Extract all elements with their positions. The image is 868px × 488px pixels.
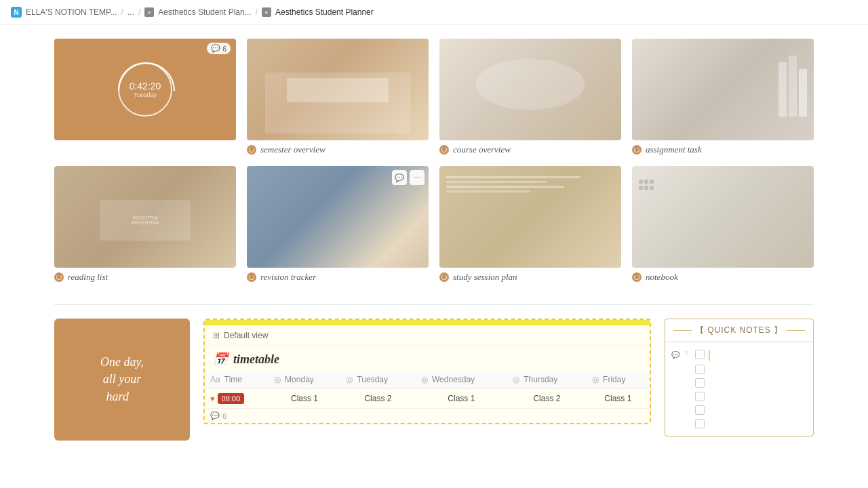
view-selector[interactable]: ⊞ Default view <box>205 325 650 346</box>
note-checkbox-6[interactable] <box>695 419 705 428</box>
gallery-img-study-session-plan <box>439 166 621 268</box>
timetable-header-row: Aa Time ◎ Monday ◎ Tuesday <box>205 371 650 389</box>
time-cell: ♥ 08:00 <box>205 389 269 409</box>
wednesday-class-cell: Class 1 <box>416 389 508 409</box>
breadcrumb-sep3: / <box>256 7 258 17</box>
thursday-class-cell: Class 2 <box>507 389 587 409</box>
comment-count: 6 <box>222 45 226 53</box>
gallery-img-revision-tracker: 💬 ⋯ <box>247 166 429 268</box>
notebook-page-icon <box>632 272 642 282</box>
table-row[interactable]: ♥ 08:00 Class 1 Class 2 Cla <box>205 389 650 409</box>
breadcrumb-sep1: / <box>121 7 123 17</box>
item-label-assignment-task: assignment task <box>632 144 814 155</box>
revision-page-icon <box>247 272 256 282</box>
note-item-1: 💬 ⠿ <box>671 348 808 363</box>
timetable-inner: ⊞ Default view 📅 timetable Aa Time <box>205 325 650 423</box>
breadcrumb-sep2: / <box>138 7 140 17</box>
item-label-study-session-plan: study session plan <box>439 272 621 283</box>
quote-text: One day,all yourhard... <box>100 354 144 405</box>
timetable-comment-count: 💬 6 <box>205 409 650 423</box>
col-tuesday: ◎ Tuesday <box>340 371 415 389</box>
breadcrumb-ellipsis[interactable]: ... <box>127 7 134 17</box>
col-time: Aa Time <box>205 371 269 389</box>
header-line-left <box>673 330 692 331</box>
gallery-item-reading-list[interactable]: INDUSTRIAARGENTINA reading list <box>54 166 236 283</box>
gallery-item-semester-overview[interactable]: semester overview <box>247 39 429 155</box>
timetable-icon: 📅 <box>213 352 228 367</box>
quick-notes-header: 【 QUICK NOTES 】 <box>665 319 813 342</box>
note-checkbox-5[interactable] <box>695 405 705 415</box>
quick-notes: 【 QUICK NOTES 】 💬 ⠿ 💬 ⠿ 💬 ⠿ <box>665 319 814 436</box>
note-checkbox-3[interactable] <box>695 378 705 388</box>
item-label-semester-overview: semester overview <box>247 144 429 155</box>
header-line-right <box>787 330 805 331</box>
gallery-item-study-session-plan[interactable]: study session plan <box>439 166 621 283</box>
tuesday-class-cell: Class 2 <box>340 389 415 409</box>
timetable-title: 📅 timetable <box>205 346 650 371</box>
col-friday: ◎ Friday <box>587 371 650 389</box>
quick-notes-body: 💬 ⠿ 💬 ⠿ 💬 ⠿ 💬 ⠿ <box>665 342 813 436</box>
grid-icon: ⊞ <box>213 331 220 340</box>
note-line-1 <box>709 350 710 361</box>
monday-class-cell: Class 1 <box>269 389 341 409</box>
gallery-img-clock: 0:42:20 Tuesday 💬 6 <box>54 39 236 140</box>
breadcrumb: N ELLA'S NOTION TEMP... / ... / ≡ Aesthe… <box>0 0 868 25</box>
breadcrumb-app[interactable]: ELLA'S NOTION TEMP... <box>26 7 117 17</box>
view-label: Default view <box>224 331 268 340</box>
heart-icon: ♥ <box>210 394 215 403</box>
drag-handle-1[interactable]: ⠿ <box>684 350 691 357</box>
note-item-3: 💬 ⠿ <box>671 376 808 390</box>
reading-list-page-icon <box>54 272 64 282</box>
timetable-section: ⊞ Default view 📅 timetable Aa Time <box>203 319 651 424</box>
gallery-item-notebook[interactable]: notebook <box>632 166 814 283</box>
gallery-img-reading-list: INDUSTRIAARGENTINA <box>54 166 236 268</box>
timetable-top-bar <box>205 320 650 325</box>
study-page-icon <box>439 272 449 282</box>
bottom-section: One day,all yourhard... ⊞ Default view 📅… <box>54 319 814 441</box>
gallery-item-revision-tracker[interactable]: 💬 ⋯ revision tracker <box>247 166 429 283</box>
notion-icon: N <box>11 7 22 18</box>
gallery-item-assignment-task[interactable]: assignment task <box>632 39 814 155</box>
comment-action-btn[interactable]: 💬 <box>392 170 407 185</box>
timetable-table: Aa Time ◎ Monday ◎ Tuesday <box>205 371 650 409</box>
semester-page-icon <box>247 145 256 155</box>
item-label-notebook: notebook <box>632 272 814 283</box>
assignment-page-icon <box>632 145 642 155</box>
item-label-course-overview: course overview <box>439 144 621 155</box>
gallery-img-assignment-task <box>632 39 814 140</box>
breadcrumb-parent-icon: ≡ <box>144 7 154 17</box>
note-checkbox-2[interactable] <box>695 365 705 374</box>
comment-icon: 💬 <box>210 411 220 420</box>
gallery-item-clock[interactable]: 0:42:20 Tuesday 💬 6 <box>54 39 236 155</box>
note-item-2: 💬 ⠿ <box>671 363 808 376</box>
gallery-grid: 0:42:20 Tuesday 💬 6 semester overview <box>54 39 814 283</box>
item-label-revision-tracker: revision tracker <box>247 272 429 283</box>
note-item-4: 💬 ⠿ <box>671 390 808 403</box>
breadcrumb-current-icon: ≡ <box>262 7 271 17</box>
more-action-btn[interactable]: ⋯ <box>410 170 425 185</box>
comment-dot-1: 💬 <box>671 350 680 359</box>
breadcrumb-parent[interactable]: Aesthetics Student Plan... <box>158 7 251 17</box>
gallery-item-course-overview[interactable]: course overview <box>439 39 621 155</box>
friday-class-cell: Class 1 <box>587 389 650 409</box>
gallery-img-course-overview <box>439 39 621 140</box>
note-checkbox-4[interactable] <box>695 392 705 401</box>
col-monday: ◎ Monday <box>269 371 341 389</box>
col-thursday: ◎ Thursday <box>507 371 587 389</box>
clock-face: 0:42:20 Tuesday <box>118 62 172 117</box>
course-page-icon <box>439 145 449 155</box>
col-wednesday: ◎ Wednesday <box>416 371 508 389</box>
comment-badge: 💬 6 <box>207 43 231 54</box>
note-checkbox-1[interactable] <box>695 350 705 359</box>
gallery-img-notebook <box>632 166 814 268</box>
item-label-reading-list: reading list <box>54 272 236 283</box>
main-content: 0:42:20 Tuesday 💬 6 semester overview <box>0 25 868 454</box>
note-item-5: 💬 ⠿ <box>671 403 808 417</box>
time-badge: 08:00 <box>218 393 245 404</box>
quote-card: One day,all yourhard... <box>54 319 190 441</box>
note-item-6: 💬 ⠿ <box>671 417 808 430</box>
breadcrumb-current[interactable]: Aesthetics Student Planner <box>275 7 374 17</box>
item-actions: 💬 ⋯ <box>392 170 425 185</box>
section-divider <box>54 304 814 305</box>
gallery-img-semester-overview <box>247 39 429 140</box>
